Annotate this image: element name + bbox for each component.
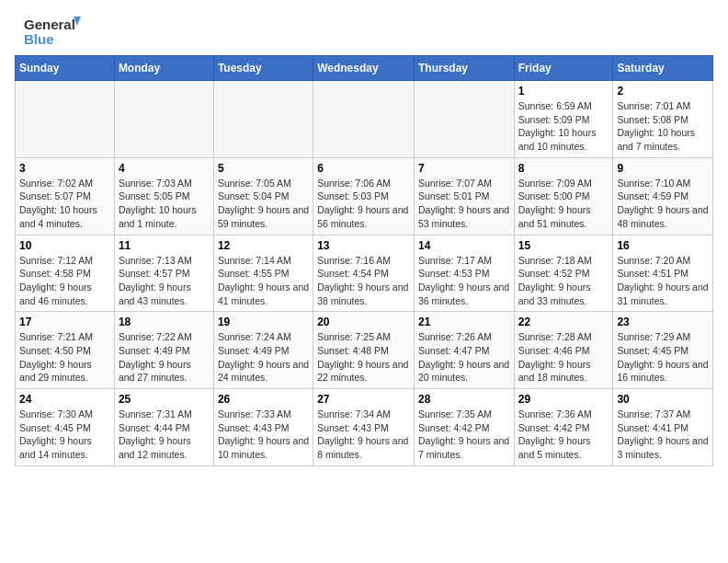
day-number: 27 xyxy=(317,393,410,406)
day-number: 2 xyxy=(617,85,709,98)
calendar-cell: 15Sunrise: 7:18 AM Sunset: 4:52 PM Dayli… xyxy=(514,235,613,312)
day-number: 5 xyxy=(218,162,309,175)
svg-text:General: General xyxy=(24,17,75,32)
day-of-week-saturday: Saturday xyxy=(613,56,713,81)
day-info: Sunrise: 7:20 AM Sunset: 4:51 PM Dayligh… xyxy=(617,254,709,308)
day-number: 8 xyxy=(518,162,609,175)
calendar-cell: 16Sunrise: 7:20 AM Sunset: 4:51 PM Dayli… xyxy=(613,235,713,312)
day-of-week-wednesday: Wednesday xyxy=(313,56,415,81)
day-info: Sunrise: 7:31 AM Sunset: 4:44 PM Dayligh… xyxy=(119,408,210,462)
calendar-cell: 11Sunrise: 7:13 AM Sunset: 4:57 PM Dayli… xyxy=(114,235,213,312)
calendar-cell: 26Sunrise: 7:33 AM Sunset: 4:43 PM Dayli… xyxy=(213,389,313,466)
calendar-cell xyxy=(16,81,115,158)
calendar-week-3: 10Sunrise: 7:12 AM Sunset: 4:58 PM Dayli… xyxy=(16,235,713,312)
day-info: Sunrise: 7:35 AM Sunset: 4:42 PM Dayligh… xyxy=(418,408,510,462)
calendar-cell: 12Sunrise: 7:14 AM Sunset: 4:55 PM Dayli… xyxy=(213,235,313,312)
calendar-cell: 27Sunrise: 7:34 AM Sunset: 4:43 PM Dayli… xyxy=(313,389,415,466)
calendar-week-2: 3Sunrise: 7:02 AM Sunset: 5:07 PM Daylig… xyxy=(16,157,713,235)
day-info: Sunrise: 7:34 AM Sunset: 4:43 PM Dayligh… xyxy=(317,408,410,462)
calendar-cell: 25Sunrise: 7:31 AM Sunset: 4:44 PM Dayli… xyxy=(114,389,213,466)
calendar-cell: 17Sunrise: 7:21 AM Sunset: 4:50 PM Dayli… xyxy=(16,312,115,389)
calendar-cell: 24Sunrise: 7:30 AM Sunset: 4:45 PM Dayli… xyxy=(16,389,115,466)
day-info: Sunrise: 7:21 AM Sunset: 4:50 PM Dayligh… xyxy=(19,330,110,385)
day-info: Sunrise: 7:02 AM Sunset: 5:07 PM Dayligh… xyxy=(19,177,110,231)
days-of-week-header: SundayMondayTuesdayWednesdayThursdayFrid… xyxy=(16,56,713,81)
calendar-cell: 22Sunrise: 7:28 AM Sunset: 4:46 PM Dayli… xyxy=(514,312,613,389)
day-of-week-thursday: Thursday xyxy=(414,56,514,81)
day-info: Sunrise: 7:30 AM Sunset: 4:45 PM Dayligh… xyxy=(19,408,110,462)
day-number: 12 xyxy=(218,239,309,252)
calendar-cell: 5Sunrise: 7:05 AM Sunset: 5:04 PM Daylig… xyxy=(213,157,313,235)
calendar-cell: 13Sunrise: 7:16 AM Sunset: 4:54 PM Dayli… xyxy=(313,235,415,312)
calendar-cell: 28Sunrise: 7:35 AM Sunset: 4:42 PM Dayli… xyxy=(414,389,514,466)
day-info: Sunrise: 7:25 AM Sunset: 4:48 PM Dayligh… xyxy=(317,330,410,385)
day-info: Sunrise: 7:12 AM Sunset: 4:58 PM Dayligh… xyxy=(19,254,110,308)
logo-svg: General Blue xyxy=(15,15,88,48)
day-number: 28 xyxy=(418,393,510,406)
day-info: Sunrise: 7:14 AM Sunset: 4:55 PM Dayligh… xyxy=(218,254,309,308)
header: General Blue xyxy=(15,15,713,48)
calendar-cell xyxy=(114,81,213,158)
calendar-cell: 2Sunrise: 7:01 AM Sunset: 5:08 PM Daylig… xyxy=(613,81,713,158)
day-info: Sunrise: 7:28 AM Sunset: 4:46 PM Dayligh… xyxy=(518,330,609,385)
day-number: 19 xyxy=(218,316,309,328)
day-number: 18 xyxy=(119,316,210,328)
calendar-cell xyxy=(313,81,415,158)
day-info: Sunrise: 7:37 AM Sunset: 4:41 PM Dayligh… xyxy=(617,408,709,462)
calendar-cell: 6Sunrise: 7:06 AM Sunset: 5:03 PM Daylig… xyxy=(313,157,415,235)
day-info: Sunrise: 7:16 AM Sunset: 4:54 PM Dayligh… xyxy=(317,254,410,308)
calendar-cell: 30Sunrise: 7:37 AM Sunset: 4:41 PM Dayli… xyxy=(613,389,713,466)
calendar-cell: 3Sunrise: 7:02 AM Sunset: 5:07 PM Daylig… xyxy=(16,157,115,235)
day-info: Sunrise: 7:29 AM Sunset: 4:45 PM Dayligh… xyxy=(617,330,709,385)
calendar-cell: 29Sunrise: 7:36 AM Sunset: 4:42 PM Dayli… xyxy=(514,389,613,466)
day-number: 22 xyxy=(518,316,609,328)
day-of-week-sunday: Sunday xyxy=(16,56,115,81)
calendar-cell: 20Sunrise: 7:25 AM Sunset: 4:48 PM Dayli… xyxy=(313,312,415,389)
day-info: Sunrise: 7:01 AM Sunset: 5:08 PM Dayligh… xyxy=(617,99,709,154)
day-number: 23 xyxy=(617,316,709,328)
day-info: Sunrise: 7:07 AM Sunset: 5:01 PM Dayligh… xyxy=(418,177,510,231)
day-number: 4 xyxy=(119,162,210,175)
day-info: Sunrise: 7:13 AM Sunset: 4:57 PM Dayligh… xyxy=(119,254,210,308)
day-number: 26 xyxy=(218,393,309,406)
calendar-body: 1Sunrise: 6:59 AM Sunset: 5:09 PM Daylig… xyxy=(16,81,713,466)
day-info: Sunrise: 7:36 AM Sunset: 4:42 PM Dayligh… xyxy=(518,408,609,462)
day-of-week-friday: Friday xyxy=(514,56,613,81)
day-info: Sunrise: 7:18 AM Sunset: 4:52 PM Dayligh… xyxy=(518,254,609,308)
day-number: 14 xyxy=(418,239,510,252)
day-of-week-monday: Monday xyxy=(114,56,213,81)
calendar-week-1: 1Sunrise: 6:59 AM Sunset: 5:09 PM Daylig… xyxy=(16,81,713,158)
day-number: 30 xyxy=(617,393,709,406)
day-info: Sunrise: 7:26 AM Sunset: 4:47 PM Dayligh… xyxy=(418,330,510,385)
day-info: Sunrise: 7:06 AM Sunset: 5:03 PM Dayligh… xyxy=(317,177,410,231)
day-info: Sunrise: 7:10 AM Sunset: 4:59 PM Dayligh… xyxy=(617,177,709,231)
day-number: 9 xyxy=(617,162,709,175)
day-number: 3 xyxy=(19,162,110,175)
day-number: 20 xyxy=(317,316,410,328)
day-info: Sunrise: 7:33 AM Sunset: 4:43 PM Dayligh… xyxy=(218,408,309,462)
day-number: 21 xyxy=(418,316,510,328)
day-number: 17 xyxy=(19,316,110,328)
calendar-cell: 7Sunrise: 7:07 AM Sunset: 5:01 PM Daylig… xyxy=(414,157,514,235)
calendar-cell: 4Sunrise: 7:03 AM Sunset: 5:05 PM Daylig… xyxy=(114,157,213,235)
calendar-week-5: 24Sunrise: 7:30 AM Sunset: 4:45 PM Dayli… xyxy=(16,389,713,466)
day-number: 25 xyxy=(119,393,210,406)
calendar-cell: 18Sunrise: 7:22 AM Sunset: 4:49 PM Dayli… xyxy=(114,312,213,389)
day-number: 11 xyxy=(119,239,210,252)
day-number: 10 xyxy=(19,239,110,252)
day-number: 7 xyxy=(418,162,510,175)
day-number: 15 xyxy=(518,239,609,252)
day-of-week-tuesday: Tuesday xyxy=(213,56,313,81)
day-number: 24 xyxy=(19,393,110,406)
calendar-cell: 1Sunrise: 6:59 AM Sunset: 5:09 PM Daylig… xyxy=(514,81,613,158)
day-number: 1 xyxy=(518,85,609,98)
calendar-cell: 8Sunrise: 7:09 AM Sunset: 5:00 PM Daylig… xyxy=(514,157,613,235)
day-number: 29 xyxy=(518,393,609,406)
day-info: Sunrise: 7:22 AM Sunset: 4:49 PM Dayligh… xyxy=(119,330,210,385)
day-info: Sunrise: 7:03 AM Sunset: 5:05 PM Dayligh… xyxy=(119,177,210,231)
calendar-cell: 10Sunrise: 7:12 AM Sunset: 4:58 PM Dayli… xyxy=(16,235,115,312)
day-number: 16 xyxy=(617,239,709,252)
calendar-cell xyxy=(213,81,313,158)
day-number: 13 xyxy=(317,239,410,252)
calendar-table: SundayMondayTuesdayWednesdayThursdayFrid… xyxy=(15,55,713,466)
